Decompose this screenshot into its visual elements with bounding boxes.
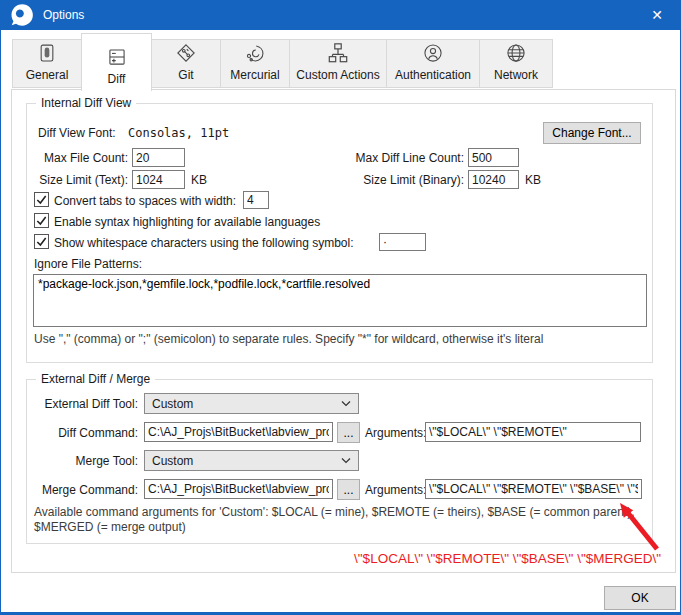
whitespace-label: Show whitespace characters using the fol… <box>54 236 353 250</box>
syntax-highlight-checkbox[interactable] <box>34 213 49 228</box>
tab-diff[interactable]: Diff <box>81 33 152 91</box>
general-icon <box>37 41 57 65</box>
diff-arguments-label: Arguments: <box>365 426 426 440</box>
options-dialog: Options ✕ General Diff Git Mercuria <box>0 0 681 615</box>
merge-tool-label: Merge Tool: <box>27 454 138 468</box>
diff-command-input[interactable] <box>144 422 333 442</box>
size-limit-binary-input[interactable] <box>468 170 519 189</box>
whitespace-symbol-input[interactable] <box>379 233 426 251</box>
custom-actions-icon <box>327 41 349 65</box>
tab-authentication[interactable]: Authentication <box>386 39 480 88</box>
tab-width-input[interactable] <box>243 191 269 209</box>
tab-network[interactable]: Network <box>479 39 553 88</box>
tab-label: Custom Actions <box>296 68 379 82</box>
group-title: External Diff / Merge <box>36 372 155 386</box>
chevron-down-icon <box>341 457 351 464</box>
title-bar[interactable]: Options ✕ <box>1 0 680 30</box>
diff-icon <box>107 45 127 69</box>
window-title: Options <box>43 8 84 22</box>
tab-label: Mercurial <box>230 68 279 82</box>
merge-tool-value: Custom <box>152 454 193 468</box>
red-annotation-text: \"$LOCAL\" \"$REMOTE\" \"$BASE\" \"$MERG… <box>354 551 661 566</box>
size-limit-text-input[interactable] <box>132 170 185 189</box>
diff-arguments-input[interactable] <box>425 422 641 442</box>
diff-command-label: Diff Command: <box>27 426 138 440</box>
size-limit-text-label: Size Limit (Text): <box>27 173 128 187</box>
diff-command-browse-button[interactable]: ... <box>337 422 360 443</box>
authentication-icon <box>423 41 443 65</box>
tab-label: General <box>26 68 69 82</box>
external-diff-tool-label: External Diff Tool: <box>27 397 138 411</box>
merge-command-label: Merge Command: <box>27 483 138 497</box>
syntax-highlight-label: Enable syntax highlighting for available… <box>54 215 320 229</box>
convert-tabs-label: Convert tabs to spaces with width: <box>54 194 236 208</box>
tab-general[interactable]: General <box>12 39 82 88</box>
ok-button[interactable]: OK <box>604 586 676 610</box>
size-limit-binary-label: Size Limit (Binary): <box>277 173 464 187</box>
group-title: Internal Diff View <box>36 96 136 110</box>
external-diff-tool-select[interactable]: Custom <box>144 393 359 414</box>
merge-command-browse-button[interactable]: ... <box>337 479 360 500</box>
max-file-count-input[interactable] <box>132 148 185 167</box>
ignore-patterns-label: Ignore File Patterns: <box>34 257 142 271</box>
size-limit-binary-unit: KB <box>525 173 541 187</box>
change-font-button[interactable]: Change Font... <box>543 122 641 144</box>
tab-label: Network <box>494 68 538 82</box>
tab-mercurial[interactable]: Mercurial <box>220 39 290 88</box>
tab-git[interactable]: Git <box>151 39 221 88</box>
git-icon <box>176 41 196 65</box>
diff-tab-page: Internal Diff View Diff View Font: Conso… <box>11 89 676 573</box>
merge-tool-select[interactable]: Custom <box>144 450 359 471</box>
internal-diff-view-group: Internal Diff View Diff View Font: Conso… <box>26 103 653 363</box>
merge-arguments-input[interactable] <box>425 479 642 499</box>
ignore-patterns-hint: Use "," (comma) or ";" (semicolon) to se… <box>34 332 543 347</box>
convert-tabs-checkbox[interactable] <box>34 192 49 207</box>
merge-arguments-label: Arguments: <box>365 483 426 497</box>
network-icon <box>506 41 526 65</box>
external-diff-merge-group: External Diff / Merge External Diff Tool… <box>26 379 653 544</box>
external-diff-tool-value: Custom <box>152 397 193 411</box>
tab-label: Authentication <box>395 68 471 82</box>
merge-command-input[interactable] <box>144 479 333 499</box>
whitespace-checkbox[interactable] <box>34 234 49 249</box>
tab-custom-actions[interactable]: Custom Actions <box>289 39 387 88</box>
chevron-down-icon <box>341 400 351 407</box>
tab-label: Git <box>178 68 193 82</box>
diff-view-font-label: Diff View Font: <box>38 126 116 140</box>
arguments-hint: Available command arguments for 'Custom'… <box>34 505 642 535</box>
close-button[interactable]: ✕ <box>634 0 680 30</box>
app-logo-icon <box>9 2 35 28</box>
tab-label: Diff <box>108 72 126 86</box>
max-file-count-label: Max File Count: <box>27 151 128 165</box>
ignore-patterns-textarea[interactable]: *package-lock.json,*gemfile.lock,*podfil… <box>33 274 647 327</box>
mercurial-icon <box>245 41 265 65</box>
max-diff-line-count-label: Max Diff Line Count: <box>277 151 464 165</box>
diff-view-font-value: Consolas, 11pt <box>128 126 229 140</box>
size-limit-text-unit: KB <box>191 173 207 187</box>
tab-strip: General Diff Git Mercurial Custom Action… <box>12 33 553 91</box>
max-diff-line-count-input[interactable] <box>468 148 519 167</box>
